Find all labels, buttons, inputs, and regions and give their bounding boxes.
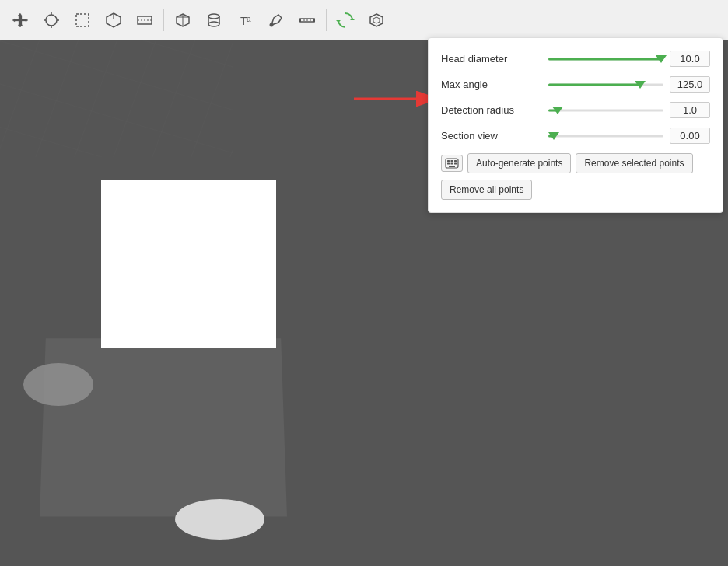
svg-rect-39: [454, 163, 457, 165]
paint-button[interactable]: [262, 6, 290, 34]
max-angle-label: Max angle: [441, 79, 542, 90]
svg-point-16: [208, 22, 219, 26]
detection-radius-label: Detection radius: [441, 104, 542, 116]
max-angle-value[interactable]: [670, 76, 710, 93]
left-foot: [23, 363, 93, 406]
separator-1: [163, 9, 164, 31]
cylinder-button[interactable]: [200, 6, 228, 34]
svg-rect-36: [454, 160, 457, 162]
svg-marker-29: [373, 17, 380, 23]
svg-rect-35: [451, 160, 453, 162]
section-view-value[interactable]: [670, 128, 710, 144]
section-view-thumb[interactable]: [548, 132, 559, 140]
section-view-slider[interactable]: [548, 128, 663, 144]
plugin-button[interactable]: [362, 6, 390, 34]
auto-generate-button[interactable]: Auto-generate points: [467, 153, 571, 173]
move-tool-button[interactable]: [6, 6, 34, 34]
box-button[interactable]: [169, 6, 197, 34]
detection-radius-track: [548, 109, 663, 111]
remove-all-button[interactable]: Remove all points: [441, 180, 532, 200]
head-diameter-track: [548, 58, 663, 60]
svg-text:a: a: [247, 15, 251, 23]
section-view-row: Section view: [441, 128, 710, 144]
svg-point-19: [270, 23, 274, 26]
head-diameter-slider[interactable]: [548, 51, 663, 67]
rect-select-button[interactable]: [68, 6, 96, 34]
section-view-label: Section view: [441, 130, 542, 142]
svg-rect-38: [451, 163, 453, 165]
svg-point-13: [208, 14, 219, 19]
cut-button[interactable]: [131, 6, 159, 34]
max-angle-track: [548, 83, 663, 86]
rotate-view-button[interactable]: [331, 6, 359, 34]
section-view-track: [548, 135, 663, 137]
max-angle-slider[interactable]: [548, 77, 663, 93]
max-angle-fill: [548, 83, 640, 86]
detection-radius-row: Detection radius: [441, 102, 710, 118]
head-diameter-value[interactable]: [670, 51, 710, 67]
svg-rect-5: [76, 14, 89, 26]
push-pull-button[interactable]: [100, 6, 128, 34]
svg-point-0: [46, 15, 57, 26]
remove-selected-button[interactable]: Remove selected points: [576, 153, 692, 173]
detection-radius-value[interactable]: [670, 102, 710, 118]
max-angle-thumb[interactable]: [635, 81, 646, 89]
svg-rect-34: [447, 160, 450, 162]
separator-2: [326, 9, 327, 31]
settings-panel: Head diameter Max angle Detection radius: [428, 37, 723, 213]
svg-marker-28: [370, 14, 383, 26]
head-diameter-label: Head diameter: [441, 53, 542, 65]
svg-marker-26: [350, 18, 355, 20]
head-diameter-fill: [548, 58, 661, 60]
svg-rect-37: [447, 163, 450, 165]
measure-button[interactable]: [293, 6, 321, 34]
svg-marker-27: [336, 20, 341, 23]
bottom-foot: [175, 499, 264, 540]
toolbar: Ta: [0, 0, 728, 40]
keyboard-icon-button[interactable]: [441, 155, 463, 172]
action-buttons-row: Auto-generate points Remove selected poi…: [441, 153, 710, 173]
select-tool-button[interactable]: [37, 6, 65, 34]
detection-radius-thumb[interactable]: [552, 107, 563, 114]
remove-all-row: Remove all points: [441, 180, 710, 200]
dark-base: [40, 338, 287, 516]
white-box: [101, 180, 276, 348]
text-button[interactable]: Ta: [231, 6, 259, 34]
head-diameter-row: Head diameter: [441, 51, 710, 67]
max-angle-row: Max angle: [441, 76, 710, 93]
head-diameter-thumb[interactable]: [656, 55, 667, 63]
svg-rect-40: [449, 166, 455, 167]
detection-radius-slider[interactable]: [548, 103, 663, 118]
